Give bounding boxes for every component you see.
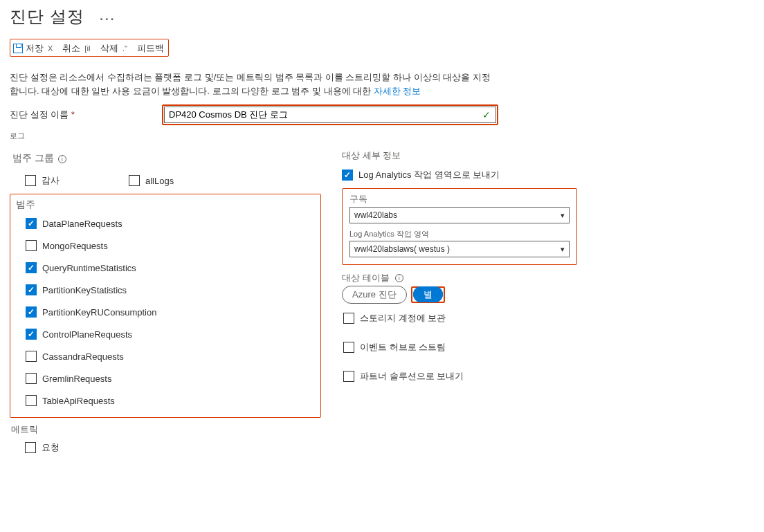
info-icon[interactable]: i — [395, 274, 403, 282]
workspace-value: wwl420labslaws( westus ) — [354, 244, 450, 254]
partitionkeystatistics-checkbox[interactable] — [26, 284, 37, 295]
eventhub-label: 이벤트 허브로 스트림 — [360, 341, 446, 354]
logs-section-label: 로그 — [10, 131, 754, 141]
alllogs-checkbox[interactable] — [129, 175, 140, 186]
page-title: 진단 설정 ··· — [10, 6, 754, 28]
delete-label: 삭제 — [100, 42, 118, 55]
partner-label: 파트너 솔루션으로 보내기 — [360, 370, 464, 383]
feedback-icon: ." — [122, 44, 127, 53]
storage-checkbox[interactable] — [343, 313, 354, 324]
chevron-down-icon: ▾ — [561, 245, 565, 254]
setting-name-input[interactable] — [164, 107, 496, 123]
feedback-button[interactable]: 피드백 — [137, 42, 164, 55]
save-button[interactable]: 저장 X — [13, 42, 53, 55]
description-text: 진단 설정은 리소스에서 수집하려는 플랫폼 로그 및/또는 메트릭의 범주 목… — [10, 71, 494, 98]
cassandrarequests-checkbox[interactable] — [26, 351, 37, 362]
category-label: ControlPlaneRequests — [42, 329, 132, 340]
metric-label: 요청 — [42, 441, 60, 454]
learn-more-link[interactable]: 자세한 정보 — [374, 86, 421, 96]
audit-checkbox[interactable] — [25, 175, 36, 186]
trash-icon: [iI — [84, 44, 91, 53]
setting-name-label: 진단 설정 이름 * — [10, 109, 162, 121]
category-group-heading: 범주 그룹 i — [12, 152, 321, 165]
storage-label: 스토리지 계정에 보관 — [360, 312, 446, 324]
save-icon — [13, 44, 23, 53]
gremlinrequests-checkbox[interactable] — [26, 373, 37, 384]
destination-details-heading: 대상 세부 정보 — [342, 149, 577, 162]
controlplanerequests-checkbox[interactable] — [26, 329, 37, 340]
subscription-value: wwl420labs — [354, 210, 397, 220]
subscription-label: 구독 — [349, 193, 570, 205]
tableapirequests-checkbox[interactable] — [26, 395, 37, 406]
partner-checkbox[interactable] — [343, 371, 354, 382]
check-icon: ✓ — [482, 109, 491, 120]
destination-table-label: 대상 테이블 — [342, 272, 390, 284]
partitionkeyruconsumption-checkbox[interactable] — [26, 306, 37, 318]
resource-specific-pill[interactable]: 별 — [413, 286, 443, 302]
subscription-select[interactable]: wwl420labs ▾ — [349, 207, 570, 223]
category-label: CassandraRequests — [42, 351, 124, 362]
category-label: GremlinRequests — [42, 374, 111, 384]
eventhub-checkbox[interactable] — [343, 342, 354, 353]
category-label: QueryRuntimeStatistics — [42, 263, 136, 273]
category-label: DataPlaneRequests — [42, 219, 122, 229]
cancel-button[interactable]: 취소 [iI — [62, 42, 91, 55]
log-analytics-checkbox[interactable] — [342, 169, 353, 181]
categories-heading: 범주 — [10, 196, 320, 212]
dataplanerequests-checkbox[interactable] — [26, 218, 37, 229]
x-icon: X — [48, 44, 53, 53]
audit-label: 감사 — [42, 174, 60, 187]
cancel-label: 취소 — [62, 42, 80, 55]
more-icon[interactable]: ··· — [99, 8, 115, 27]
chevron-down-icon: ▾ — [561, 211, 565, 220]
log-analytics-label: Log Analytics 작업 영역으로 보내기 — [358, 169, 500, 181]
requests-metric-checkbox[interactable] — [25, 442, 36, 453]
category-label: TableApiRequests — [42, 396, 115, 406]
info-icon[interactable]: i — [58, 155, 66, 163]
workspace-select[interactable]: wwl420labslaws( westus ) ▾ — [349, 241, 570, 257]
delete-button[interactable]: 삭제 ." — [100, 42, 127, 55]
save-label: 저장 — [26, 42, 44, 55]
metrics-heading: 메트릭 — [10, 423, 321, 436]
azure-diagnostics-pill[interactable]: Azure 진단 — [342, 286, 407, 304]
category-label: PartitionKeyStatistics — [42, 285, 127, 295]
category-label: PartitionKeyRUConsumption — [42, 307, 156, 318]
category-label: MongoRequests — [42, 241, 108, 251]
queryruntimestatistics-checkbox[interactable] — [26, 262, 37, 273]
alllogs-label: allLogs — [145, 176, 174, 186]
mongorequests-checkbox[interactable] — [26, 240, 37, 251]
workspace-label: Log Analytics 작업 영역 — [349, 229, 570, 239]
